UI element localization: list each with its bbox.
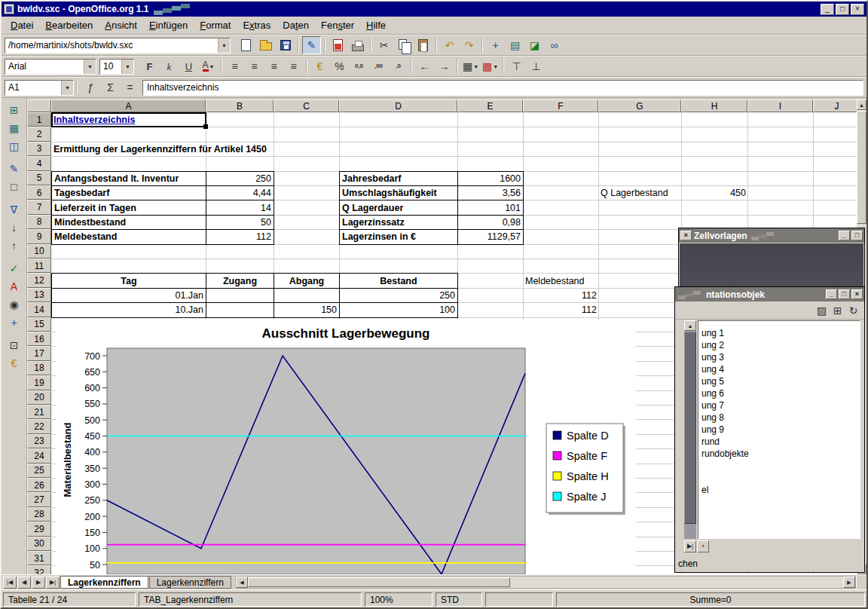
menu-datei[interactable]: Datei — [5, 17, 39, 33]
title-bar[interactable]: ▦ bwldv.sxc - OpenOffice.org 1.1 _□× — [2, 2, 866, 17]
row-header-11[interactable]: 11 — [27, 259, 51, 273]
new-style-from-selection-icon[interactable]: ⊞ — [830, 303, 845, 317]
italic-icon[interactable]: k — [160, 57, 179, 75]
sum-button[interactable]: Σ — [101, 78, 120, 96]
styles-scroll-thumb[interactable] — [684, 332, 696, 524]
row-header-6[interactable]: 6 — [27, 185, 51, 200]
style-list-item-7[interactable]: ung 7 — [698, 399, 860, 412]
background-color-icon[interactable]: ▩▼ — [481, 57, 500, 75]
insert-icon[interactable]: ⊞ — [5, 101, 23, 119]
row-header-16[interactable]: 16 — [27, 332, 51, 346]
cell-D5[interactable]: Jahresbedarf — [339, 171, 458, 186]
sort-ascending-icon[interactable]: ↓ — [5, 219, 23, 237]
align-top-icon[interactable]: ⊤ — [507, 57, 526, 75]
row-header-4[interactable]: 4 — [27, 156, 51, 170]
minimize-button[interactable]: _ — [821, 4, 834, 15]
cell-D6[interactable]: Umschlagshäufigkeit — [339, 185, 458, 200]
cell-C12[interactable]: Abgang — [274, 273, 340, 288]
chart-svg[interactable]: 7006506005505004504003503002502001501005… — [56, 320, 636, 574]
chart-object[interactable]: 7006506005505004504003503002502001501005… — [56, 320, 636, 574]
menu-hilfe[interactable]: Hilfe — [360, 17, 392, 33]
last-sheet-button[interactable]: ▶| — [46, 577, 60, 589]
style-list-item-13[interactable] — [698, 472, 860, 484]
stylist-title-bar[interactable]: × Zellvorlagen _□ — [679, 228, 864, 243]
cell-E9[interactable]: 1129,57 — [457, 229, 524, 244]
first-sheet-button[interactable]: |◀ — [3, 577, 17, 589]
fill-format-mode-icon[interactable]: ▨ — [815, 303, 829, 317]
menu-daten[interactable]: Daten — [277, 17, 315, 33]
scroll-up-icon[interactable]: ▲ — [857, 99, 866, 110]
decrease-indent-icon[interactable]: ← — [415, 57, 434, 75]
align-right-icon[interactable]: ≡ — [264, 57, 283, 75]
horizontal-scrollbar[interactable]: ◀ ▶ — [235, 576, 856, 589]
select-all-corner[interactable] — [27, 99, 51, 112]
hyperlink-icon[interactable]: ∞ — [545, 36, 564, 54]
style-list-item-10[interactable]: rund — [698, 436, 860, 448]
cell-F13[interactable]: 112 — [523, 288, 599, 303]
url-input[interactable] — [5, 40, 218, 50]
cell-B7[interactable]: 14 — [206, 200, 274, 215]
cell-D13[interactable]: 250 — [339, 288, 458, 303]
align-justify-icon[interactable]: ≡ — [284, 57, 303, 75]
style-list-item-9[interactable]: ung 9 — [698, 424, 860, 436]
sheet-tab-1[interactable]: Lagerkennziffern — [60, 576, 148, 589]
spellcheck-icon[interactable]: ✓ — [5, 259, 23, 277]
vertical-scroll-thumb[interactable] — [857, 111, 866, 224]
cell-F14[interactable]: 112 — [523, 302, 599, 317]
style-list-item-3[interactable]: ung 3 — [698, 351, 860, 363]
cell-D12[interactable]: Bestand — [339, 273, 458, 288]
row-header-7[interactable]: 7 — [27, 200, 51, 214]
bold-icon[interactable]: F — [140, 57, 159, 75]
cell-A14[interactable]: 10.Jan — [51, 302, 206, 317]
row-header-29[interactable]: 29 — [27, 522, 51, 536]
borders-icon[interactable]: ▦▼ — [461, 57, 480, 75]
autofilter-icon[interactable]: ∇ — [5, 200, 23, 219]
row-header-1[interactable]: 1 — [27, 112, 51, 127]
styles-scroll-end-button[interactable]: ▶| — [684, 540, 696, 552]
row-header-31[interactable]: 31 — [27, 551, 51, 565]
row-header-26[interactable]: 26 — [27, 478, 51, 492]
row-header-27[interactable]: 27 — [27, 492, 51, 506]
menu-extras[interactable]: Extras — [237, 17, 277, 33]
cell-B8[interactable]: 50 — [206, 215, 274, 230]
row-header-17[interactable]: 17 — [27, 346, 51, 360]
status-zoom[interactable]: 100% — [365, 592, 432, 607]
cell-C13[interactable] — [274, 288, 340, 303]
style-list-item-14[interactable]: el — [698, 484, 860, 496]
cell-E6[interactable]: 3,56 — [457, 185, 524, 200]
scroll-left-icon[interactable]: ◀ — [236, 577, 248, 588]
column-header-I[interactable]: I — [747, 99, 813, 112]
stylist-icon[interactable]: ▤ — [506, 36, 524, 54]
remove-decimal-icon[interactable]: ,0 — [389, 57, 408, 75]
style-list-item-1[interactable]: ung 1 — [698, 327, 860, 339]
row-header-23[interactable]: 23 — [27, 434, 51, 448]
group-icon[interactable]: ⊡ — [5, 336, 23, 354]
row-header-8[interactable]: 8 — [27, 215, 51, 229]
row-header-25[interactable]: 25 — [27, 464, 51, 478]
row-header-22[interactable]: 22 — [27, 419, 51, 433]
styles-close-button[interactable]: × — [851, 289, 863, 299]
cell-D9[interactable]: Lagerzinsen in € — [339, 229, 458, 244]
sort-descending-icon[interactable]: ↑ — [5, 237, 23, 255]
row-header-20[interactable]: 20 — [27, 390, 51, 405]
update-style-icon[interactable]: ↻ — [846, 303, 860, 317]
close-button[interactable]: × — [851, 4, 864, 15]
scroll-right-icon[interactable]: ▶ — [843, 577, 855, 588]
align-bottom-icon[interactable]: ⊥ — [527, 57, 546, 75]
currency-format-icon[interactable]: € — [310, 57, 329, 75]
menu-format[interactable]: Format — [194, 17, 237, 33]
cell-B13[interactable] — [206, 288, 274, 303]
align-left-icon[interactable]: ≡ — [225, 57, 244, 75]
stylist-minimize-button[interactable]: _ — [839, 231, 850, 240]
cell-G6[interactable]: Q Lagerbestand — [598, 185, 682, 200]
cell-C14[interactable]: 150 — [274, 302, 340, 317]
cell-H6[interactable]: 450 — [681, 185, 748, 200]
chevron-down-icon[interactable]: ▼ — [121, 60, 133, 74]
column-header-J[interactable]: J — [813, 99, 860, 112]
euro-converter-icon[interactable]: € — [5, 354, 23, 372]
cell-E5[interactable]: 1600 — [457, 171, 524, 186]
sheet-tab-2[interactable]: Lagerkennziffern — [149, 576, 231, 589]
style-list-item-12[interactable] — [698, 460, 860, 472]
styles-title-bar[interactable]: ntationsobjek _□× — [675, 287, 864, 301]
column-header-F[interactable]: F — [523, 99, 598, 112]
